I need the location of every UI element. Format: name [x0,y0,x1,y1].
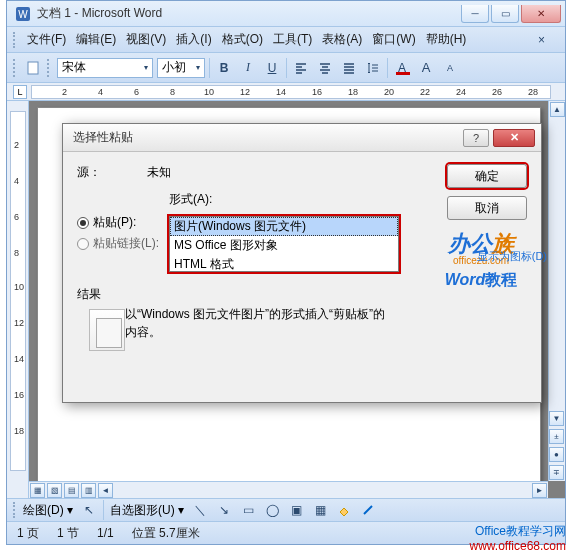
oval-button[interactable]: ◯ [262,500,282,520]
format-option-msoffice[interactable]: MS Office 图形对象 [170,236,398,255]
draw-menu[interactable]: 绘图(D) ▾ [21,502,75,519]
browse-object-button[interactable]: ● [549,447,564,462]
footer-cn: Office教程学习网 [470,524,567,538]
align-center-button[interactable] [315,58,335,78]
paste-special-dialog: 选择性粘贴 ? ✕ 源： 未知 确定 取消 形式(A): 粘贴(P): [62,123,542,403]
word-icon: W [15,6,31,22]
grow-font-button[interactable]: A [416,58,436,78]
format-option-metafile[interactable]: 图片(Windows 图元文件) [170,217,398,236]
menu-tools[interactable]: 工具(T) [269,29,316,50]
tab-selector[interactable]: L [13,85,27,99]
arrow-button[interactable]: ↘ [214,500,234,520]
close-button[interactable]: ✕ [521,5,561,23]
footer-credit: Office教程学习网 www.office68.com [470,524,567,553]
autoshapes-menu[interactable]: 自选图形(U) ▾ [108,502,186,519]
minimize-button[interactable]: ─ [461,5,489,23]
ruler-scale: 246810121416182022242628 [31,85,551,99]
view-outline-button[interactable]: ▥ [81,483,96,498]
dialog-help-button[interactable]: ? [463,129,489,147]
align-distribute-button[interactable] [339,58,359,78]
radio-icon [77,238,89,250]
source-label: 源： [77,164,147,181]
select-arrow-button[interactable]: ↖ [79,500,99,520]
scroll-down-icon[interactable]: ▼ [549,411,564,426]
font-family-select[interactable]: 宋体 ▾ [57,58,153,78]
clipboard-icon [89,309,125,351]
vertical-ruler[interactable]: 24681012141618 [7,101,29,498]
shrink-font-button[interactable]: A [440,58,460,78]
svg-rect-2 [28,62,38,74]
view-normal-button[interactable]: ▦ [30,483,45,498]
view-web-button[interactable]: ▧ [47,483,62,498]
separator [209,58,210,78]
menu-view[interactable]: 视图(V) [122,29,170,50]
paste-radio[interactable]: 粘贴(P): [77,214,169,231]
result-label: 结果 [77,286,127,303]
format-listbox[interactable]: 图片(Windows 图元文件) MS Office 图形对象 HTML 格式 [169,216,399,272]
font-size-select[interactable]: 小初 ▾ [157,58,205,78]
insert-pic-button[interactable]: ▦ [310,500,330,520]
scroll-left-icon[interactable]: ◄ [98,483,113,498]
status-section: 1 节 [57,525,79,542]
font-color-button[interactable]: A [392,58,412,78]
vertical-scrollbar[interactable]: ▲ ▼ ± ● ∓ [548,101,565,481]
menu-file[interactable]: 文件(F) [23,29,70,50]
menu-table[interactable]: 表格(A) [318,29,366,50]
line-spacing-button[interactable] [363,58,383,78]
scroll-up-icon[interactable]: ▲ [550,102,565,117]
font-size-value: 小初 [162,59,186,76]
title-bar: W 文档 1 - Microsoft Word ─ ▭ ✕ [7,1,565,27]
status-page: 1 页 [17,525,39,542]
radio-checked-icon [77,217,89,229]
svg-text:W: W [18,9,28,20]
menu-window[interactable]: 窗口(W) [368,29,419,50]
bold-button[interactable]: B [214,58,234,78]
scroll-right-icon[interactable]: ► [532,483,547,498]
status-position: 位置 5.7厘米 [132,525,200,542]
view-print-button[interactable]: ▤ [64,483,79,498]
line-button[interactable]: ＼ [190,500,210,520]
separator [103,500,104,520]
menu-edit[interactable]: 编辑(E) [72,29,120,50]
menu-grip-icon [13,32,17,48]
menu-close-button[interactable]: × [538,33,545,47]
menu-format[interactable]: 格式(O) [218,29,267,50]
dialog-titlebar: 选择性粘贴 ? ✕ [63,124,541,152]
prev-page-button[interactable]: ± [549,429,564,444]
maximize-button[interactable]: ▭ [491,5,519,23]
horizontal-scrollbar[interactable]: ▦ ▧ ▤ ▥ ◄ ► [29,481,548,498]
toolbar-grip2-icon [47,59,51,77]
footer-url: www.office68.com [470,539,567,553]
new-doc-button[interactable] [23,58,43,78]
dialog-close-button[interactable]: ✕ [493,129,535,147]
menu-help[interactable]: 帮助(H) [422,29,471,50]
dialog-body: 源： 未知 确定 取消 形式(A): 粘贴(P): 粘贴链接(L): [63,152,541,402]
separator [286,58,287,78]
pastelink-radio[interactable]: 粘贴链接(L): [77,235,169,252]
drawing-toolbar: 绘图(D) ▾ ↖ 自选图形(U) ▾ ＼ ↘ ▭ ◯ ▣ ▦ [7,498,565,522]
rectangle-button[interactable]: ▭ [238,500,258,520]
textbox-button[interactable]: ▣ [286,500,306,520]
horizontal-ruler[interactable]: L 246810121416182022242628 [7,83,565,101]
drawbar-grip-icon [13,502,17,518]
format-option-html[interactable]: HTML 格式 [170,255,398,274]
paste-radio-label: 粘贴(P): [93,214,136,231]
source-value: 未知 [147,164,171,181]
cancel-button[interactable]: 取消 [447,196,527,220]
separator [387,58,388,78]
menu-bar: 文件(F) 编辑(E) 视图(V) 插入(I) 格式(O) 工具(T) 表格(A… [7,27,565,53]
chevron-down-icon: ▾ [196,63,200,72]
menu-insert[interactable]: 插入(I) [172,29,215,50]
ok-button[interactable]: 确定 [447,164,527,188]
display-as-icon-label: 显示为图标(D) [477,249,547,264]
italic-button[interactable]: I [238,58,258,78]
next-page-button[interactable]: ∓ [549,465,564,480]
chevron-down-icon: ▾ [144,63,148,72]
toolbar-grip-icon [13,59,17,77]
line-color-button[interactable] [358,500,378,520]
font-family-value: 宋体 [62,59,86,76]
dialog-title: 选择性粘贴 [73,129,133,146]
underline-button[interactable]: U [262,58,282,78]
align-left-button[interactable] [291,58,311,78]
fill-color-button[interactable] [334,500,354,520]
